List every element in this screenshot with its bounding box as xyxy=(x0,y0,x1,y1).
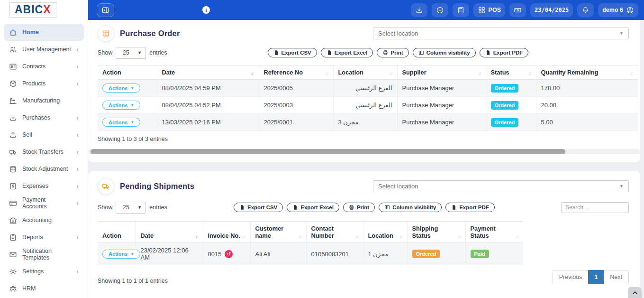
cell-date: 23/02/2025 12:06 AM xyxy=(136,243,203,265)
ps-col-location[interactable]: Location↓↑ xyxy=(363,222,407,243)
ps-export-buttons: Export CSV Export Excel Print Column vis… xyxy=(234,203,495,212)
pending-shipments-card: Pending Shipments Select location ▼ Show… xyxy=(88,171,640,298)
po-col-location[interactable]: Location↓↑ xyxy=(333,65,397,80)
table-header-row: Action Date↓↑ Reference No↓↑ Location↓↑ … xyxy=(98,65,638,80)
scrollbar-thumb[interactable] xyxy=(91,149,565,154)
sort-icon: ↓↑ xyxy=(243,234,245,239)
chevron-left-icon: ‹ xyxy=(76,200,79,206)
sidebar-item-label: HRM xyxy=(22,285,36,292)
sort-icon: ↓↑ xyxy=(528,71,531,76)
table-row: Actions▼ 08/04/2025 04:52 PM 2025/0003 ا… xyxy=(98,97,638,114)
po-export-excel-button[interactable]: Export Excel xyxy=(321,48,373,57)
chevron-left-icon: ‹ xyxy=(76,234,79,241)
sidebar-item-settings[interactable]: Settings ‹ xyxy=(4,263,84,280)
cell-location: الفرع الرئيسي xyxy=(333,97,397,114)
team-icon xyxy=(9,285,17,293)
sidebar-item-products[interactable]: Products ‹ xyxy=(4,75,84,92)
ps-export-csv-button[interactable]: Export CSV xyxy=(234,203,283,212)
ps-print-button[interactable]: Print xyxy=(343,203,375,212)
scroll-to-top-button[interactable] xyxy=(628,287,642,298)
sidebar-collapse-button[interactable] xyxy=(97,3,114,17)
po-export-csv-button[interactable]: Export CSV xyxy=(268,48,317,57)
po-page-size-select[interactable]: 25 ▼ xyxy=(116,47,146,59)
topbar-actions: POS 23/04/2025 demo 6 xyxy=(411,3,638,17)
sidebar-item-stock-adjustment[interactable]: Stock Adjustment ‹ xyxy=(4,160,84,177)
ps-export-excel-button[interactable]: Export Excel xyxy=(287,203,339,212)
sidebar-item-reports[interactable]: Reports ‹ xyxy=(4,229,84,246)
cell-date: 08/04/2025 04:52 PM xyxy=(157,97,259,114)
sidebar-item-contacts[interactable]: Contacts ‹ xyxy=(4,58,84,75)
po-col-action[interactable]: Action xyxy=(98,65,157,80)
sidebar-item-label: Stock Adjustment xyxy=(22,166,68,172)
ps-page-size-select[interactable]: 25 ▼ xyxy=(116,202,146,214)
envelope-icon xyxy=(9,251,17,259)
ps-col-payment-status[interactable]: Payment Status↓↑ xyxy=(465,222,523,243)
ps-export-pdf-button[interactable]: Export PDF xyxy=(445,203,495,212)
sidebar-item-label: Settings xyxy=(22,268,44,275)
po-col-date[interactable]: Date↓↑ xyxy=(157,65,259,80)
horizontal-scrollbar xyxy=(88,149,640,154)
ps-col-invoice-no[interactable]: Invoice No.↓↑ xyxy=(203,222,250,243)
pending-shipments-table: Action Date↓↑ Invoice No.↓↑ Customer nam… xyxy=(98,221,523,265)
sidebar-item-notification-templates[interactable]: Notification Templates xyxy=(4,246,84,263)
caret-down-icon: ▼ xyxy=(130,252,134,256)
row-actions-button[interactable]: Actions▼ xyxy=(102,84,140,93)
sidebar-item-manufacturing[interactable]: Manufacturing xyxy=(4,92,84,109)
chevron-left-icon: ‹ xyxy=(76,166,79,172)
ps-location-select[interactable]: Select location ▼ xyxy=(373,180,629,192)
ps-column-visibility-button[interactable]: Column visibility xyxy=(379,203,442,212)
logo-text-accent: X xyxy=(43,3,51,16)
add-button[interactable] xyxy=(432,3,448,17)
info-icon[interactable]: i xyxy=(202,6,210,14)
sidebar-item-purchases[interactable]: Purchases ‹ xyxy=(4,109,84,126)
search-input[interactable] xyxy=(561,202,629,213)
po-export-buttons: Export CSV Export Excel Print Column vis… xyxy=(268,48,529,57)
po-print-button[interactable]: Print xyxy=(377,48,408,57)
row-actions-button[interactable]: Actions▼ xyxy=(102,101,140,110)
notifications-button[interactable] xyxy=(577,3,594,17)
caret-down-icon: ▼ xyxy=(130,86,134,90)
shipping-status-badge: Ordered xyxy=(412,250,440,258)
sidebar-item-sell[interactable]: Sell ‹ xyxy=(4,126,84,143)
ps-col-date[interactable]: Date↓↑ xyxy=(136,222,203,243)
sidebar-item-payment-accounts[interactable]: Payment Accounts ‹ xyxy=(4,195,84,212)
chevron-left-icon: ‹ xyxy=(76,268,79,275)
download-button[interactable] xyxy=(411,3,427,17)
sidebar-item-user-management[interactable]: User Management ‹ xyxy=(4,41,84,58)
pagination-next-button[interactable]: Next xyxy=(604,270,629,284)
sidebar-item-expenses[interactable]: Expenses ‹ xyxy=(4,177,84,195)
grid-icon xyxy=(478,6,486,14)
sidebar-item-label: Expenses xyxy=(22,183,48,189)
po-col-status[interactable]: Status↓↑ xyxy=(486,65,536,80)
pos-button[interactable]: POS xyxy=(473,3,505,17)
user-menu-button[interactable]: demo 6 xyxy=(598,3,638,17)
row-actions-button[interactable]: Actions▼ xyxy=(102,118,140,127)
expense-doc-icon xyxy=(9,182,17,190)
pagination-previous-button[interactable]: Previous xyxy=(553,270,589,284)
po-column-visibility-button[interactable]: Column visibility xyxy=(413,48,476,57)
ps-col-contact-number[interactable]: Contact Number↓↑ xyxy=(306,222,363,243)
sidebar-item-hrm[interactable]: HRM xyxy=(4,280,84,297)
ps-col-customer-name[interactable]: Customer name↓↑ xyxy=(250,222,306,243)
po-export-pdf-button[interactable]: Export PDF xyxy=(480,48,529,57)
calculator-button[interactable] xyxy=(453,3,469,17)
sidebar-item-accounting[interactable]: Accounting xyxy=(4,212,84,229)
file-icon xyxy=(327,50,332,56)
cash-register-button[interactable] xyxy=(509,3,526,17)
sort-icon: ↓↑ xyxy=(251,71,254,76)
export-excel-label: Export Excel xyxy=(335,50,368,56)
po-location-select[interactable]: Select location ▼ xyxy=(373,28,629,39)
pagination-page-1-button[interactable]: 1 xyxy=(588,270,604,284)
po-col-reference-no[interactable]: Reference No↓↑ xyxy=(259,65,333,80)
app-window: ABICX Home User Management ‹ Contacts ‹ … xyxy=(0,0,644,298)
row-actions-button[interactable]: Actions▼ xyxy=(102,250,140,259)
sidebar-item-home[interactable]: Home xyxy=(4,24,84,41)
po-col-supplier[interactable]: Supplier↓↑ xyxy=(397,65,486,80)
date-display[interactable]: 23/04/2025 xyxy=(530,3,573,17)
ps-col-shipping-status[interactable]: Shipping Status↓↑ xyxy=(407,222,465,243)
return-icon[interactable]: ↺ xyxy=(225,250,233,258)
table-row: Actions▼ 08/04/2025 04:59 PM 2025/0005 ا… xyxy=(98,80,638,97)
sidebar-item-stock-transfers[interactable]: Stock Transfers ‹ xyxy=(4,143,84,160)
po-col-quantity-remaining[interactable]: Quantity Remaining↓↑ xyxy=(536,65,638,80)
ps-col-action[interactable]: Action xyxy=(98,222,136,243)
